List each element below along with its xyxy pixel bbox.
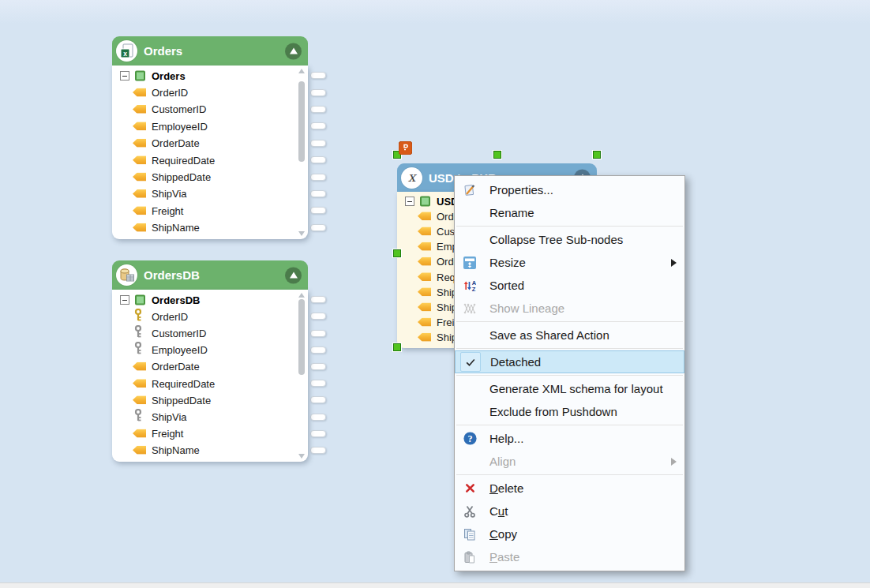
tree-row-freight[interactable]: Freight (112, 425, 308, 442)
node-scrollbar[interactable] (298, 293, 306, 459)
selection-handle[interactable] (393, 249, 401, 257)
node-header[interactable]: xOrders (112, 36, 308, 66)
tree-row-employeeid[interactable]: EmployeeID (112, 118, 308, 134)
tree-row-ordersdb[interactable]: OrdersDB (112, 291, 308, 308)
expander-minus-icon[interactable] (120, 71, 129, 81)
menu-item-save-as-shared-action[interactable]: Save as Shared Action (455, 324, 684, 346)
scroll-up-icon[interactable] (298, 293, 305, 298)
port-stub-shippeddate[interactable] (310, 174, 326, 181)
tree-label: ShipName (152, 444, 200, 456)
port-stub-ordersdb[interactable] (310, 296, 326, 303)
database-table-icon (116, 264, 137, 286)
menu-separator (456, 226, 683, 227)
menu-item-generate-xml-schema-for-layout[interactable]: Generate XML schema for layout (455, 377, 684, 400)
submenu-arrow-icon (671, 458, 677, 466)
tree-row-customerid[interactable]: CustomerID (112, 101, 308, 118)
tree-row-orderid[interactable]: OrderID (112, 308, 308, 324)
menu-item-cut[interactable]: Cut (455, 500, 684, 522)
tree-row-shippeddate[interactable]: ShippedDate (112, 168, 308, 185)
menu-item-resize[interactable]: Resize (455, 251, 684, 274)
tree-row-employeeid[interactable]: EmployeeID (112, 342, 308, 358)
node-scrollbar[interactable] (298, 69, 306, 236)
tree-label: Freight (152, 204, 183, 216)
node-orders[interactable]: xOrdersOrdersOrderIDCustomerIDEmployeeID… (112, 36, 308, 239)
node-header[interactable]: OrdersDB (112, 260, 308, 290)
selection-handle[interactable] (493, 151, 501, 159)
tree-row-customerid[interactable]: CustomerID (112, 324, 308, 341)
tree-row-requireddate[interactable]: RequiredDate (112, 152, 308, 168)
field-tag-icon (133, 88, 146, 97)
field-tag-icon (133, 395, 146, 404)
menu-item-detached[interactable]: Detached (455, 350, 684, 373)
port-stub-customerid[interactable] (310, 330, 326, 337)
port-stub-orderid[interactable] (310, 89, 326, 96)
resize-icon (459, 257, 480, 269)
tree-label: ShipVia (152, 410, 187, 422)
tree-row-orderid[interactable]: OrderID (112, 84, 308, 100)
menu-item-label: Exclude from Pushdown (489, 405, 617, 418)
port-stub-shipvia[interactable] (310, 190, 326, 197)
port-stub-orderdate[interactable] (310, 363, 326, 370)
menu-item-label: Copy (489, 527, 517, 541)
menu-item-help[interactable]: ?Help... (455, 427, 684, 450)
tree-row-shippeddate[interactable]: ShippedDate (112, 391, 308, 408)
field-tag-icon (418, 227, 431, 235)
function-icon: x (401, 167, 422, 189)
field-tag-icon (133, 155, 146, 164)
tree-row-shipvia[interactable]: ShipVia (112, 408, 308, 425)
port-stub-orders[interactable] (310, 72, 326, 79)
port-stub-requireddate[interactable] (310, 380, 326, 387)
port-stub-employeeid[interactable] (310, 122, 326, 129)
port-stub-shippeddate[interactable] (310, 396, 326, 403)
field-tag-icon (418, 272, 431, 281)
scroll-up-icon[interactable] (298, 69, 305, 73)
root-node-icon (420, 196, 430, 206)
tree-row-orderdate[interactable]: OrderDate (112, 135, 308, 152)
port-stub-customerid[interactable] (310, 106, 326, 113)
selection-handle[interactable] (393, 343, 401, 351)
selection-handle[interactable] (593, 151, 601, 159)
port-stub-shipvia[interactable] (310, 414, 326, 421)
tree-label: Freight (152, 428, 183, 440)
menu-item-rename[interactable]: Rename (455, 201, 684, 224)
scroll-thumb[interactable] (298, 299, 305, 375)
menu-item-collapse-tree-sub-nodes[interactable]: Collapse Tree Sub-nodes (455, 228, 684, 251)
menu-item-properties[interactable]: Properties... (455, 178, 684, 201)
port-stub-orderid[interactable] (310, 313, 326, 320)
port-stub-requireddate[interactable] (310, 156, 326, 163)
port-stub-shipname[interactable] (310, 224, 326, 231)
menu-item-copy[interactable]: Copy (455, 522, 684, 545)
expander-minus-icon[interactable] (120, 295, 129, 305)
port-stub-freight[interactable] (310, 430, 326, 437)
field-tag-icon (133, 122, 146, 130)
node-ordersdb[interactable]: OrdersDBOrdersDB OrderID CustomerID Empl… (112, 260, 308, 462)
menu-item-exclude-from-pushdown[interactable]: Exclude from Pushdown (455, 400, 684, 423)
tree-row-shipname[interactable]: ShipName (112, 442, 308, 459)
scroll-thumb[interactable] (298, 81, 305, 162)
port-stub-orderdate[interactable] (310, 140, 326, 147)
tree-row-orders[interactable]: Orders (112, 67, 308, 84)
tree-label: ShippedDate (152, 171, 211, 183)
tree-row-orderdate[interactable]: OrderDate (112, 358, 308, 375)
delete-icon (459, 482, 480, 494)
collapse-node-button[interactable] (285, 267, 302, 283)
svg-text:Z: Z (472, 285, 476, 292)
scroll-down-icon[interactable] (298, 454, 305, 459)
collapse-node-button[interactable] (285, 43, 302, 59)
scroll-down-icon[interactable] (298, 231, 305, 236)
tree-row-freight[interactable]: Freight (112, 202, 308, 219)
tree-row-shipname[interactable]: ShipName (112, 219, 308, 236)
tree-row-shipvia[interactable]: ShipVia (112, 185, 308, 202)
tree-row-requireddate[interactable]: RequiredDate (112, 375, 308, 391)
menu-item-sorted[interactable]: A ZSorted (455, 274, 684, 297)
port-stub-freight[interactable] (310, 207, 326, 214)
design-canvas[interactable]: xOrdersOrdersOrderIDCustomerIDEmployeeID… (0, 0, 870, 588)
menu-separator (456, 348, 683, 349)
field-tag-icon (133, 223, 146, 232)
menu-item-delete[interactable]: Delete (455, 477, 684, 500)
port-stub-employeeid[interactable] (310, 346, 326, 354)
expander-minus-icon[interactable] (405, 197, 414, 206)
field-tag-icon (133, 379, 146, 388)
port-stub-shipname[interactable] (310, 447, 326, 454)
menu-item-label: Show Lineage (489, 301, 564, 315)
